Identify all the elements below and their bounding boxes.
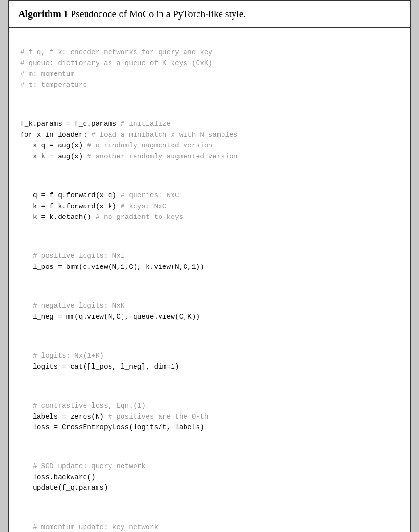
code-comment-2c: # no gradient to keys (96, 213, 184, 221)
code-section-2: q = f_q.forward(x_q) # queries: NxC k = … (20, 180, 399, 233)
code-line-6b: loss = CrossEntropyLoss(logits/t, labels… (20, 423, 204, 431)
code-section-1: f_k.params = f_q.params # initialize for… (20, 108, 399, 173)
code-line-1b: for x in loader: (20, 131, 91, 139)
code-comment-1b: # load a minibatch x with N samples (91, 131, 238, 139)
comment-line-2: # queue: dictionary as a queue of K keys… (20, 60, 212, 67)
code-comment-6a: # contrastive loss, Eqn.(1) (20, 402, 146, 410)
code-line-1c: x_q = aug(x) (20, 142, 87, 149)
code-line-2c: k = k.detach() (20, 213, 96, 221)
code-line-3: l_pos = bmm(q.view(N,1,C), k.view(N,C,1)… (20, 263, 204, 271)
code-section-8: # momentum update: key network f_k.param… (20, 511, 399, 532)
code-line-7a: loss.backward() (20, 473, 96, 481)
code-comment-3: # positive logits: Nx1 (20, 252, 125, 260)
code-section-5: # logits: Nx(1+K) logits = cat([l_pos, l… (20, 340, 399, 383)
algorithm-title: Pseudocode of MoCo in a PyTorch-like sty… (71, 9, 246, 19)
code-line-4: l_neg = mm(q.view(N,C), queue.view(C,K)) (20, 313, 200, 321)
code-comment-4: # negative logits: NxK (20, 302, 125, 310)
code-comment-1c: # a randomly augmented version (87, 142, 212, 149)
algorithm-label: Algorithm 1 (18, 9, 68, 19)
comment-line-4: # t: temperature (20, 81, 87, 89)
code-line-2b: k = f_k.forward(x_k) (20, 203, 121, 210)
algorithm-body: # f_q, f_k: encoder networks for query a… (9, 28, 410, 532)
code-section-6: # contrastive loss, Eqn.(1) labels = zer… (20, 390, 399, 444)
code-section-7: # SGD update: query network loss.backwar… (20, 450, 399, 504)
code-comment-1a: # initialize (121, 120, 171, 128)
comments-block: # f_q, f_k: encoder networks for query a… (20, 36, 399, 101)
algorithm-box: Algorithm 1 Pseudocode of MoCo in a PyTo… (8, 0, 411, 532)
algorithm-header: Algorithm 1 Pseudocode of MoCo in a PyTo… (9, 1, 410, 28)
code-comment-7: # SGD update: query network (20, 462, 146, 470)
code-comment-2b: # keys: NxC (121, 203, 167, 210)
code-line-1a: f_k.params = f_q.params (20, 120, 121, 128)
comment-line-3: # m: momentum (20, 70, 74, 78)
code-comment-8: # momentum update: key network (20, 523, 158, 531)
code-section-4: # negative logits: NxK l_neg = mm(q.view… (20, 290, 399, 333)
code-comment-5: # logits: Nx(1+K) (20, 352, 104, 360)
code-line-2a: q = f_q.forward(x_q) (20, 192, 121, 199)
code-comment-6b: # positives are the 0-th (108, 413, 209, 421)
code-line-6a: labels = zeros(N) (20, 413, 108, 421)
code-line-7b: update(f_q.params) (20, 484, 108, 492)
code-comment-1d: # another randomly augmented version (87, 153, 237, 160)
code-line-5: logits = cat([l_pos, l_neg], dim=1) (20, 363, 179, 371)
code-line-1d: x_k = aug(x) (20, 153, 87, 160)
code-section-3: # positive logits: Nx1 l_pos = bmm(q.vie… (20, 240, 399, 283)
code-comment-2a: # queries: NxC (121, 192, 179, 199)
comment-line-1: # f_q, f_k: encoder networks for query a… (20, 48, 212, 56)
